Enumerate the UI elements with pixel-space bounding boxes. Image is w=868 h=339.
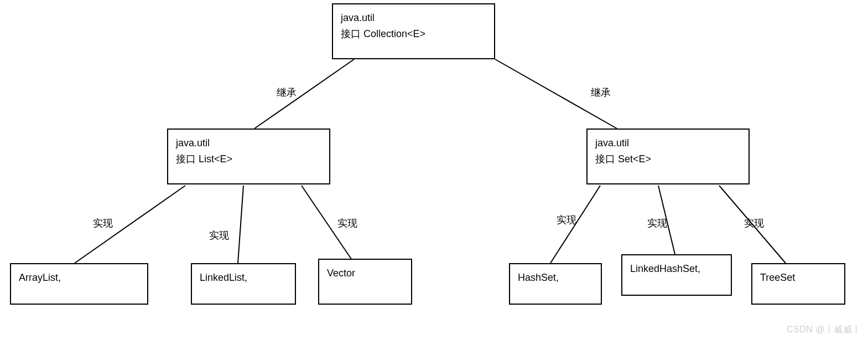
node-vector-label: Vector: [327, 268, 355, 279]
node-list-name: 接口 List<E>: [176, 151, 321, 167]
watermark-text: CSDN @丨威威丨: [787, 324, 861, 336]
node-linkedhashset: LinkedHashSet,: [621, 254, 732, 296]
node-collection-pkg: java.util: [341, 10, 486, 26]
node-hashset: HashSet,: [509, 263, 602, 305]
edge-label-impl-hashset: 实现: [557, 213, 576, 227]
node-collection: java.util 接口 Collection<E>: [332, 3, 495, 59]
edge-label-impl-linkedlist: 实现: [209, 229, 229, 242]
node-collection-name: 接口 Collection<E>: [341, 26, 486, 42]
svg-line-2: [75, 186, 185, 263]
node-vector: Vector: [318, 259, 412, 305]
edge-label-impl-arraylist: 实现: [93, 217, 113, 230]
node-set-name: 接口 Set<E>: [595, 151, 741, 167]
edge-label-impl-linkedhashset: 实现: [647, 217, 667, 230]
node-list: java.util 接口 List<E>: [167, 129, 330, 184]
node-set-pkg: java.util: [595, 135, 741, 151]
node-treeset-label: TreeSet: [760, 272, 795, 283]
edge-label-inherit-right: 继承: [591, 86, 611, 99]
node-list-pkg: java.util: [176, 135, 321, 151]
svg-line-3: [238, 186, 243, 263]
node-linkedlist-label: LinkedList,: [200, 272, 247, 283]
svg-line-0: [254, 59, 354, 129]
edge-label-inherit-left: 继承: [277, 86, 297, 99]
node-arraylist: ArrayList,: [10, 263, 148, 305]
node-treeset: TreeSet: [751, 263, 845, 305]
node-linkedlist: LinkedList,: [191, 263, 296, 305]
node-set: java.util 接口 Set<E>: [586, 129, 750, 184]
edge-label-impl-vector: 实现: [337, 217, 357, 230]
node-linkedhashset-label: LinkedHashSet,: [630, 263, 700, 274]
edge-label-impl-treeset: 实现: [744, 217, 764, 230]
node-hashset-label: HashSet,: [518, 272, 559, 283]
node-arraylist-label: ArrayList,: [19, 272, 61, 283]
